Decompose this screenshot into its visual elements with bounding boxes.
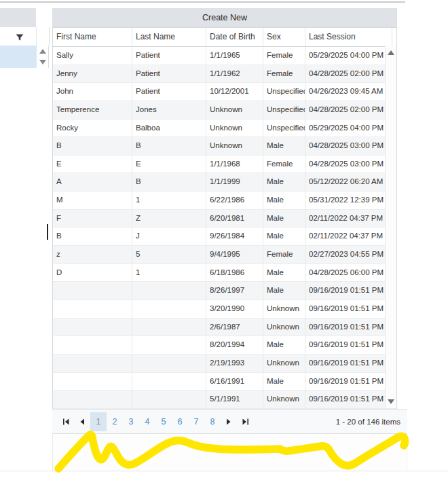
table-row[interactable]: 3/20/1990Unknown09/16/2019 01:51 PM: [53, 300, 396, 319]
cell-last-name: J: [132, 228, 206, 245]
table-row[interactable]: 6/16/1991Male09/16/2019 01:51 PM: [53, 373, 396, 391]
cell-last-name: [132, 300, 206, 318]
cell-last-name: [132, 282, 206, 300]
top-divider-line: [0, 1, 405, 3]
scroll-down-icon[interactable]: [39, 60, 46, 65]
column-header-date-of-birth[interactable]: Date of Birth: [206, 28, 263, 46]
first-page-button[interactable]: [58, 413, 74, 431]
table-row[interactable]: 2/6/1987Unknown09/16/2019 01:51 PM: [53, 319, 396, 337]
filter-icon[interactable]: [16, 32, 24, 40]
column-header-first-name[interactable]: First Name: [53, 28, 132, 46]
cell-sex: Unknown: [263, 300, 305, 318]
column-header-last-session[interactable]: Last Session: [305, 28, 392, 46]
cell-last-name: 1: [132, 264, 206, 282]
cell-first-name: Rocky: [53, 120, 132, 137]
create-new-button[interactable]: Create New: [52, 8, 397, 27]
page-button-7[interactable]: 7: [188, 412, 204, 431]
cell-date-of-birth: 6/18/1986: [206, 264, 263, 282]
cell-first-name: E: [53, 156, 132, 173]
cell-first-name: A: [53, 173, 132, 191]
table-row[interactable]: 8/20/1994Male09/16/2019 01:51 PM: [53, 336, 396, 355]
table-row[interactable]: D16/18/1986Male04/28/2025 06:00 PM: [53, 264, 396, 283]
table-row[interactable]: JohnPatient10/12/2001Unspecified04/26/20…: [53, 83, 396, 101]
table-row[interactable]: EE1/1/1968Female04/28/2025 03:00 PM: [53, 156, 396, 174]
cell-last-name: E: [132, 156, 206, 173]
scroll-up-icon[interactable]: [39, 49, 46, 54]
table-row[interactable]: AB1/1/1999Male05/12/2022 06:20 AM: [53, 173, 396, 192]
cell-last-session: 09/16/2019 01:51 PM: [305, 300, 386, 318]
table-row[interactable]: JennyPatient1/1/1962Female04/28/2025 02:…: [53, 65, 396, 84]
cell-last-name: [132, 319, 206, 336]
table-row[interactable]: BBUnknownMale04/28/2025 03:00 PM: [53, 137, 396, 156]
cell-sex: Female: [263, 246, 305, 264]
cell-last-name: [132, 336, 206, 354]
table-row[interactable]: z59/4/1995Female02/27/2023 04:55 PM: [53, 246, 396, 264]
cell-sex: Unspecified: [263, 83, 305, 101]
last-page-button[interactable]: [237, 413, 253, 431]
page-button-2[interactable]: 2: [107, 412, 123, 431]
cell-last-name: [132, 373, 206, 391]
page-button-5[interactable]: 5: [155, 412, 172, 431]
left-list-selected-item[interactable]: [0, 46, 37, 68]
cell-last-session: 02/27/2023 04:55 PM: [305, 246, 386, 264]
page-button-1[interactable]: 1: [90, 412, 107, 431]
cell-last-name: 1: [132, 192, 206, 209]
cell-first-name: z: [53, 246, 132, 264]
cell-last-session: 04/28/2025 03:00 PM: [305, 156, 386, 173]
cell-last-session: 05/31/2022 12:39 PM: [305, 192, 386, 209]
cell-first-name: [53, 300, 132, 318]
cell-first-name: D: [53, 264, 132, 282]
cell-last-name: 5: [132, 246, 206, 264]
column-header-sex[interactable]: Sex: [263, 28, 305, 46]
cell-last-name: Patient: [132, 65, 206, 83]
table-row[interactable]: SallyPatient1/1/1965Female05/29/2025 04:…: [53, 47, 396, 65]
cell-last-session: 02/11/2022 04:37 PM: [305, 210, 386, 228]
page-button-4[interactable]: 4: [139, 412, 155, 431]
cell-last-name: B: [132, 137, 206, 155]
table-row[interactable]: 5/1/1991Unknown09/16/2019 01:51 PM: [53, 391, 396, 409]
cell-date-of-birth: 5/1/1991: [206, 391, 263, 408]
left-list-scrollbar[interactable]: [37, 46, 49, 68]
cell-date-of-birth: 6/20/1981: [206, 210, 263, 228]
scroll-down-icon[interactable]: [388, 399, 394, 404]
next-page-button[interactable]: [221, 413, 237, 431]
cell-last-name: Balboa: [132, 120, 206, 137]
cell-first-name: Sally: [53, 47, 132, 65]
previous-page-button[interactable]: [74, 413, 90, 431]
cell-last-session: 02/11/2022 04:37 PM: [305, 228, 386, 245]
bottom-divider-line: [0, 471, 448, 471]
grid-header: First NameLast NameDate of BirthSexLast …: [53, 28, 396, 47]
cell-date-of-birth: 9/4/1995: [206, 246, 263, 264]
table-row[interactable]: M16/22/1986Male05/31/2022 12:39 PM: [53, 192, 396, 210]
cell-date-of-birth: 1/1/1999: [206, 173, 263, 191]
cell-date-of-birth: 9/26/1984: [206, 228, 263, 245]
grid-vertical-scrollbar[interactable]: [385, 46, 396, 408]
cell-date-of-birth: 6/22/1986: [206, 192, 263, 209]
cell-first-name: B: [53, 137, 132, 155]
cell-date-of-birth: 1/1/1965: [206, 47, 263, 65]
cell-last-session: 04/28/2025 02:00 PM: [305, 101, 386, 119]
table-row[interactable]: FZ6/20/1981Male02/11/2022 04:37 PM: [53, 210, 396, 228]
cell-last-session: 04/28/2025 06:00 PM: [305, 264, 386, 282]
table-row[interactable]: BJ9/26/1984Male02/11/2022 04:37 PM: [53, 228, 396, 246]
table-row[interactable]: 8/26/1997Male09/16/2019 01:51 PM: [53, 282, 396, 300]
page-button-8[interactable]: 8: [204, 412, 221, 431]
page-button-3[interactable]: 3: [123, 412, 139, 431]
cell-sex: Male: [263, 192, 305, 209]
table-row[interactable]: TemperenceJonesUnknownUnspecified04/28/2…: [53, 101, 396, 120]
table-row[interactable]: 2/19/1993Unknown09/16/2019 01:51 PM: [53, 355, 396, 373]
scroll-up-icon[interactable]: [388, 50, 394, 55]
cell-last-session: 05/12/2022 06:20 AM: [305, 173, 386, 191]
cell-last-name: [132, 391, 206, 408]
cell-last-session: 09/16/2019 01:51 PM: [305, 373, 386, 391]
cell-date-of-birth: 6/16/1991: [206, 373, 263, 391]
cell-sex: Female: [263, 156, 305, 173]
cell-last-name: Patient: [132, 47, 206, 65]
page-button-6[interactable]: 6: [172, 412, 188, 431]
table-row[interactable]: RockyBalboaUnknownUnspecified05/29/2025 …: [53, 120, 396, 138]
column-header-last-name[interactable]: Last Name: [132, 28, 206, 46]
cell-sex: Male: [263, 210, 305, 228]
cell-sex: Unknown: [263, 391, 305, 408]
cell-sex: Female: [263, 65, 305, 83]
cell-last-session: 09/16/2019 01:51 PM: [305, 282, 386, 300]
